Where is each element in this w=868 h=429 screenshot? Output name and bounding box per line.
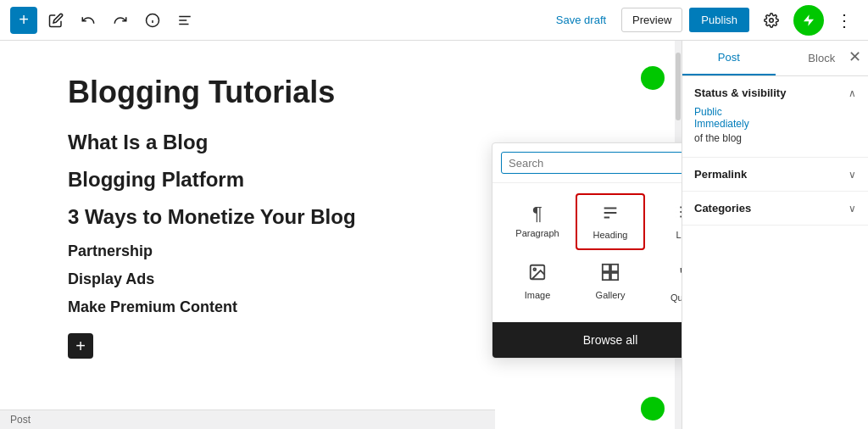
block-label-gallery: Gallery [596, 290, 626, 300]
block-search-area: 🔍 [492, 143, 682, 183]
more-options-button[interactable]: ⋮ [831, 7, 858, 34]
permalink-section-title: Permalink [694, 168, 747, 181]
block-item-image[interactable]: Image [503, 254, 572, 312]
status-section-title: Status & visibility [694, 86, 786, 99]
outline-button[interactable] [171, 7, 198, 34]
undo-icon [81, 13, 96, 28]
status-section-header[interactable]: Status & visibility ∧ [694, 86, 856, 99]
info-icon [145, 13, 160, 28]
avatar [641, 66, 665, 90]
info-button[interactable] [139, 7, 166, 34]
block-search-input[interactable] [509, 157, 682, 170]
tab-post[interactable]: Post [682, 41, 776, 75]
svg-rect-16 [611, 265, 618, 271]
status-section-arrow: ∧ [849, 87, 856, 99]
gallery-icon [601, 263, 620, 287]
settings-button[interactable] [756, 5, 787, 36]
categories-section-header[interactable]: Categories ∨ [694, 202, 856, 214]
lightning-icon [802, 14, 815, 27]
save-draft-button[interactable]: Save draft [548, 8, 615, 31]
block-item-list[interactable]: List [648, 193, 682, 250]
block-item-quote[interactable]: " Quote [648, 254, 682, 312]
post-title[interactable]: Blogging Tutorials [68, 75, 614, 110]
svg-point-14 [533, 268, 536, 270]
status-public-link[interactable]: Public [694, 106, 856, 118]
undo-button[interactable] [75, 7, 102, 34]
block-item-gallery[interactable]: Gallery [576, 254, 645, 312]
block-grid: ¶ Paragraph Heading List [492, 183, 682, 322]
sidebar-close-button[interactable]: ✕ [849, 47, 861, 66]
svg-point-6 [770, 18, 774, 22]
gear-icon [764, 13, 779, 28]
redo-button[interactable] [107, 7, 134, 34]
scroll-thumb [676, 53, 681, 120]
svg-rect-15 [603, 265, 609, 271]
search-input-wrap: 🔍 [501, 152, 682, 174]
paragraph-icon: ¶ [532, 203, 542, 225]
editor-area[interactable]: Blogging Tutorials What Is a Blog Bloggi… [0, 41, 682, 429]
edit-icon-button[interactable] [42, 7, 70, 34]
status-immediately-link[interactable]: Immediately [694, 118, 856, 130]
pencil-icon [48, 13, 64, 28]
status-section-content: Public Immediately of the blog [694, 99, 856, 147]
block-picker-popup: 🔍 ¶ Paragraph Heading [492, 142, 682, 359]
permalink-section-header[interactable]: Permalink ∨ [694, 168, 856, 181]
toolbar-left: + [10, 7, 198, 34]
toolbar: + Save draft Preview Publish ⋮ [0, 0, 868, 41]
sidebar-tabs: Post Block ✕ [682, 41, 868, 76]
right-sidebar: Post Block ✕ Status & visibility ∧ Publi… [682, 41, 868, 429]
status-bar: Post [0, 410, 495, 429]
categories-section-title: Categories [694, 202, 751, 214]
svg-rect-18 [611, 273, 618, 280]
redo-icon [113, 13, 128, 28]
status-bar-label: Post [10, 414, 31, 426]
outline-icon [177, 13, 192, 28]
image-icon [528, 263, 547, 287]
permalink-section-arrow: ∨ [849, 169, 856, 181]
lightning-button[interactable] [793, 5, 824, 36]
block-label-list: List [676, 230, 682, 240]
quote-icon: " [679, 263, 682, 289]
sidebar-section-status: Status & visibility ∧ Public Immediately… [682, 76, 868, 158]
categories-section-arrow: ∨ [849, 203, 856, 214]
main-layout: Blogging Tutorials What Is a Blog Bloggi… [0, 41, 868, 429]
block-label-quote: Quote [670, 292, 682, 303]
add-block-inline-button[interactable]: + [68, 333, 93, 359]
heading-icon [601, 203, 620, 226]
publish-button[interactable]: Publish [689, 8, 749, 32]
block-item-paragraph[interactable]: ¶ Paragraph [503, 193, 572, 250]
avatar-bottom [641, 397, 665, 421]
add-block-button[interactable]: + [10, 7, 37, 34]
svg-rect-17 [603, 273, 609, 280]
status-blog-text: of the blog [694, 130, 856, 147]
block-item-heading[interactable]: Heading [576, 193, 645, 250]
sidebar-section-permalink: Permalink ∨ [682, 158, 868, 192]
list-icon [674, 203, 682, 226]
block-label-paragraph: Paragraph [515, 228, 559, 238]
block-label-image: Image [525, 290, 551, 300]
preview-button[interactable]: Preview [621, 8, 682, 32]
toolbar-right: Save draft Preview Publish ⋮ [548, 5, 858, 36]
block-label-heading: Heading [593, 230, 628, 240]
browse-all-button[interactable]: Browse all [492, 322, 682, 358]
sidebar-section-categories: Categories ∨ [682, 192, 868, 226]
